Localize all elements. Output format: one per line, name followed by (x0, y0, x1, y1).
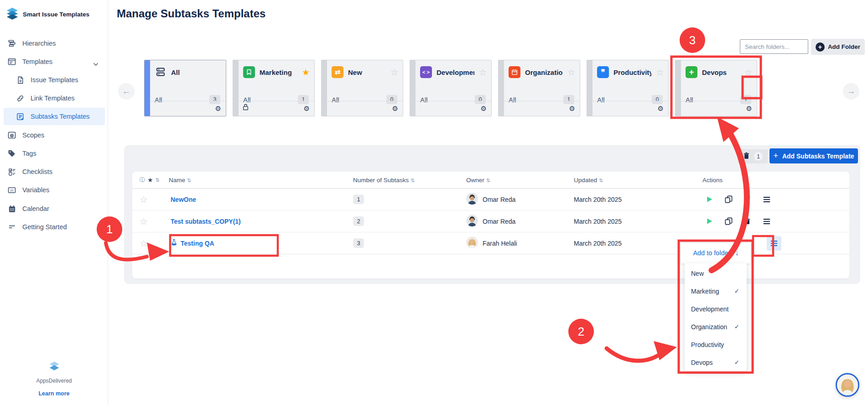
template-name-link[interactable]: NewOne (169, 196, 338, 203)
folder-card-organization[interactable]: Organization ☆ All 1 ⚙ (498, 60, 580, 116)
gear-icon[interactable]: ⚙ (481, 105, 487, 113)
favorite-star-icon[interactable]: ☆ (479, 68, 487, 77)
sort-icon[interactable]: ⇅ (411, 178, 415, 183)
template-name: Testing QA (181, 240, 214, 247)
sidebar-item-checklists[interactable]: Checklists (4, 163, 105, 180)
dropdown-item-new[interactable]: New (685, 264, 747, 282)
favorite-star-icon[interactable]: ★ (302, 68, 310, 77)
sort-icon[interactable]: ⇅ (187, 178, 191, 183)
sidebar-item-calendar[interactable]: Calendar (4, 200, 105, 217)
favorite-star-icon[interactable]: ☆ (656, 68, 664, 77)
folder-card-marketing[interactable]: Marketing ★ All 1 ⚙ (233, 60, 315, 116)
folder-card-development[interactable]: < > Development ☆ All 0 ⚙ (410, 60, 492, 116)
star-column-icon[interactable]: ★ (147, 176, 153, 184)
table-row[interactable]: ☆ Test subtasts_COPY(1) 2 Omar Reda Marc… (132, 210, 849, 232)
template-name-link[interactable]: Testing QA (169, 239, 338, 247)
folder-name: Devops (702, 68, 740, 76)
variables-icon: (x) (7, 185, 16, 195)
column-header-name[interactable]: Name (169, 177, 185, 184)
copy-icon[interactable] (724, 217, 733, 226)
carousel-right-arrow-icon[interactable]: → (843, 83, 859, 100)
run-template-icon[interactable] (705, 217, 714, 226)
dropdown-item-devops[interactable]: Devops ✓ (685, 353, 747, 371)
folder-card-active-strip (145, 60, 150, 116)
column-header-owner[interactable]: Owner (466, 177, 484, 184)
column-header-subtasks[interactable]: Number of Subtasks (353, 177, 409, 184)
row-menu-icon[interactable] (762, 217, 771, 226)
sidebar-item-variables[interactable]: (x) Variables (4, 181, 105, 199)
copy-icon[interactable] (724, 195, 733, 204)
folder-card-productivity[interactable]: ❞ Productivity ☆ All 0 ⚙ (587, 60, 669, 116)
bulk-delete-count: 1 (754, 152, 763, 161)
folder-card-devops[interactable]: + Devops ☆ All 1 ⚙ (675, 60, 757, 116)
row-menu-icon[interactable] (762, 195, 771, 204)
dropdown-item-organization[interactable]: Organization ✓ (685, 318, 747, 336)
sort-icon[interactable]: ⇅ (486, 178, 490, 183)
app-logo-row[interactable]: Smart Issue Templates (5, 6, 89, 22)
check-icon: ✓ (734, 323, 739, 330)
folder-name: Marketing (260, 68, 297, 76)
owner-name: Omar Reda (483, 218, 515, 225)
favorite-star-icon[interactable]: ☆ (140, 238, 169, 249)
tag-icon (7, 149, 16, 158)
folder-card-new[interactable]: ⇄ New ☆ All 0 ⚙ (321, 60, 403, 116)
folder-card-all[interactable]: All All 3 ⚙ (144, 60, 226, 116)
favorite-star-icon[interactable]: ☆ (744, 68, 752, 77)
sidebar-item-hierarchies[interactable]: Hierarchies (4, 35, 105, 52)
sidebar-item-link-templates[interactable]: Link Templates (4, 89, 105, 107)
row-menu-icon[interactable] (767, 236, 781, 251)
sort-icon[interactable]: ⇅ (156, 177, 160, 183)
dropdown-item-marketing[interactable]: Marketing ✓ (685, 282, 747, 300)
plus-icon: + (816, 42, 825, 52)
column-header-updated[interactable]: Updated (574, 177, 597, 184)
sidebar-item-label: Calendar (22, 205, 49, 212)
user-avatar[interactable] (836, 373, 859, 397)
plus-icon: + (773, 151, 778, 161)
annotation-arrowhead-3 (717, 117, 739, 142)
favorite-star-icon[interactable]: ☆ (140, 216, 169, 227)
chevron-down-icon[interactable] (93, 60, 99, 68)
sidebar-item-getting-started[interactable]: Getting Started (4, 218, 105, 236)
bulk-delete-button[interactable]: 1 (738, 149, 768, 163)
gear-icon[interactable]: ⚙ (304, 105, 310, 113)
sidebar-item-issue-templates[interactable]: Issue Templates (4, 71, 105, 89)
gear-icon[interactable]: ⚙ (658, 105, 664, 113)
add-folder-label: Add Folder (828, 43, 860, 50)
quotes-icon: ❞ (597, 66, 609, 78)
table-row[interactable]: ☆ NewOne 1 Omar Reda March 20th 2025 (132, 189, 849, 210)
dropdown-item-productivity[interactable]: Productivity (685, 336, 747, 353)
sidebar-item-templates[interactable]: Templates (4, 53, 105, 70)
learn-more-link[interactable]: Learn more (0, 390, 108, 397)
trash-icon[interactable] (743, 195, 752, 204)
folder-cards-row: All All 3 ⚙ Marketing ★ All 1 (144, 60, 757, 116)
run-template-icon[interactable] (705, 195, 714, 204)
folder-name: New (348, 68, 386, 76)
sidebar-item-tags[interactable]: Tags (4, 145, 105, 162)
avatar (466, 193, 478, 206)
gear-icon[interactable]: ⚙ (569, 105, 575, 113)
sidebar-item-subtasks-templates[interactable]: Subtasks Templates (4, 108, 105, 125)
sort-icon[interactable]: ⇅ (599, 178, 603, 183)
add-folder-button[interactable]: + Add Folder (811, 39, 865, 55)
carousel-left-arrow-icon[interactable]: ← (118, 83, 135, 100)
favorite-star-icon[interactable]: ☆ (567, 68, 575, 77)
owner-name: Omar Reda (483, 196, 515, 203)
add-to-folder-action[interactable]: Add to folder ↓ (681, 242, 751, 263)
annotation-step-2: 2 (568, 319, 594, 344)
favorite-star-icon[interactable]: ☆ (390, 68, 398, 77)
sidebar-item-scopes[interactable]: Scopes (4, 126, 105, 144)
favorite-star-icon[interactable]: ☆ (140, 194, 169, 205)
dropdown-item-development[interactable]: Development (685, 300, 747, 318)
gear-icon[interactable]: ⚙ (392, 105, 398, 113)
template-name-link[interactable]: Test subtasts_COPY(1) (169, 218, 338, 225)
gear-icon[interactable]: ⚙ (215, 105, 221, 113)
trash-icon[interactable] (743, 217, 752, 226)
sidebar-footer: AppsDelivered Learn more (0, 361, 108, 397)
calendar-icon (7, 204, 16, 213)
search-folders-input[interactable] (740, 39, 808, 54)
sidebar-item-label: Getting Started (22, 223, 67, 231)
gear-icon[interactable]: ⚙ (746, 105, 752, 113)
dropdown-item-label: New (691, 270, 704, 277)
add-subtasks-template-button[interactable]: + Add Subtasks Template (769, 148, 858, 163)
sidebar-item-label: Tags (22, 150, 36, 157)
